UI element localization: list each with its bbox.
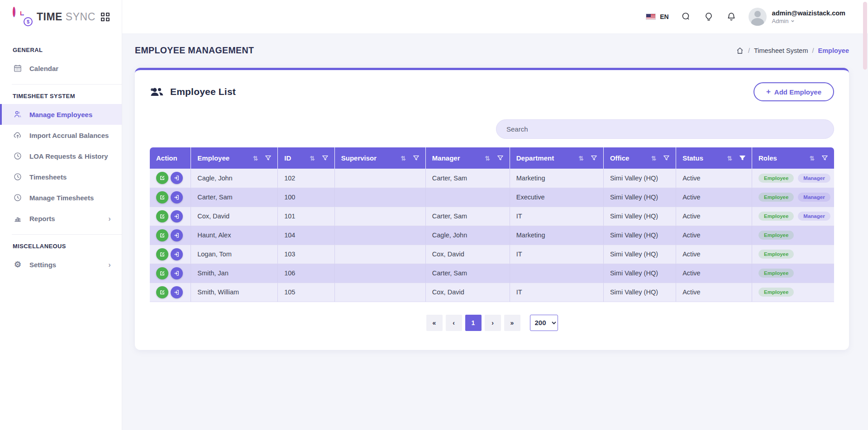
sort-icon[interactable]: ⇅ bbox=[310, 155, 315, 162]
pagination-first-button[interactable]: « bbox=[426, 315, 443, 331]
breadcrumb-item-employee: Employee bbox=[818, 47, 849, 54]
sidebar-item-label: Import Accrual Balances bbox=[29, 132, 109, 139]
breadcrumb-item-timesheet-system[interactable]: Timesheet System bbox=[754, 47, 808, 54]
sort-icon[interactable]: ⇅ bbox=[579, 155, 584, 162]
login-as-employee-button[interactable] bbox=[171, 210, 183, 222]
column-header-manager[interactable]: Manager⇅ bbox=[425, 147, 510, 169]
bulb-icon[interactable] bbox=[703, 11, 714, 22]
page-size-select[interactable]: 200 bbox=[530, 315, 558, 331]
login-as-employee-button[interactable] bbox=[171, 229, 183, 241]
column-header-id[interactable]: ID⇅ bbox=[278, 147, 334, 169]
office-cell: Simi Valley (HQ) bbox=[603, 207, 676, 226]
edit-employee-button[interactable] bbox=[156, 248, 168, 260]
role-badge-employee: Employee bbox=[758, 174, 794, 183]
manager-cell: Cagle, John bbox=[425, 226, 510, 245]
search-row bbox=[150, 119, 834, 139]
topbar: EN admin@waizistack.com Admin bbox=[122, 0, 868, 34]
id-cell: 104 bbox=[278, 226, 334, 245]
edit-employee-button[interactable] bbox=[156, 286, 168, 298]
search-input[interactable] bbox=[496, 119, 834, 139]
filter-funnel-icon[interactable] bbox=[663, 154, 670, 162]
login-as-employee-button[interactable] bbox=[171, 267, 183, 279]
scrollbar[interactable] bbox=[863, 2, 867, 428]
table-row: Cox, David101Carter, SamITSimi Valley (H… bbox=[150, 207, 834, 226]
column-header-action[interactable]: Action bbox=[150, 147, 191, 169]
sidebar-item-import-accrual-balances[interactable]: Import Accrual Balances bbox=[0, 125, 122, 146]
office-cell: Simi Valley (HQ) bbox=[603, 264, 676, 283]
user-menu[interactable]: admin@waizistack.com Admin bbox=[749, 8, 845, 26]
filter-funnel-icon[interactable] bbox=[590, 154, 598, 162]
filter-funnel-icon[interactable] bbox=[821, 154, 829, 162]
sidebar-item-reports[interactable]: Reports› bbox=[0, 208, 122, 229]
language-selector[interactable]: EN bbox=[646, 13, 668, 20]
column-header-supervisor[interactable]: Supervisor⇅ bbox=[334, 147, 425, 169]
sidebar-item-manage-employees[interactable]: Manage Employees bbox=[0, 104, 122, 125]
bell-icon[interactable] bbox=[726, 11, 737, 22]
column-label: Status bbox=[682, 154, 703, 162]
sort-icon[interactable]: ⇅ bbox=[810, 155, 815, 162]
edit-employee-button[interactable] bbox=[156, 172, 168, 184]
filter-funnel-icon[interactable] bbox=[412, 154, 420, 162]
user-role-label: Admin bbox=[772, 18, 789, 24]
edit-employee-button[interactable] bbox=[156, 191, 168, 203]
search-icon[interactable] bbox=[681, 11, 692, 22]
pagination-prev-button[interactable]: ‹ bbox=[446, 315, 462, 331]
login-as-employee-button[interactable] bbox=[171, 191, 183, 203]
column-header-employee[interactable]: Employee⇅ bbox=[191, 147, 278, 169]
sort-icon[interactable]: ⇅ bbox=[727, 155, 732, 162]
edit-employee-button[interactable] bbox=[156, 267, 168, 279]
sort-icon[interactable]: ⇅ bbox=[253, 155, 258, 162]
id-cell: 101 bbox=[278, 207, 334, 226]
manager-cell bbox=[425, 188, 510, 207]
supervisor-cell bbox=[334, 169, 425, 188]
id-cell: 106 bbox=[278, 264, 334, 283]
sidebar-item-manage-timesheets[interactable]: Manage Timesheets bbox=[0, 187, 122, 208]
filter-funnel-icon[interactable] bbox=[321, 154, 329, 162]
sidebar-divider bbox=[12, 84, 122, 85]
brand-logo[interactable]: $ TIME SYNC bbox=[13, 8, 95, 26]
pagination-page-1-button[interactable]: 1 bbox=[465, 315, 482, 331]
add-employee-button[interactable]: + Add Employee bbox=[754, 82, 834, 101]
role-badge-employee: Employee bbox=[758, 269, 794, 278]
sidebar-item-settings[interactable]: ⚙Settings› bbox=[0, 254, 122, 275]
sort-icon[interactable]: ⇅ bbox=[401, 155, 406, 162]
roles-cell: Employee bbox=[752, 264, 834, 283]
edit-employee-button[interactable] bbox=[156, 210, 168, 222]
employee-cell: Cagle, John bbox=[191, 169, 278, 188]
sort-icon[interactable]: ⇅ bbox=[485, 155, 490, 162]
employee-cell: Haunt, Alex bbox=[191, 226, 278, 245]
column-header-roles[interactable]: Roles⇅ bbox=[752, 147, 834, 169]
home-icon[interactable] bbox=[736, 47, 744, 55]
action-cell bbox=[150, 207, 191, 226]
scrollbar-thumb[interactable] bbox=[863, 2, 867, 70]
table-body: Cagle, John102Carter, SamMarketingSimi V… bbox=[150, 169, 834, 302]
page-head: EMPLOYEE MANAGEMENT / Timesheet System /… bbox=[135, 45, 849, 56]
status-cell: Active bbox=[676, 188, 752, 207]
supervisor-cell bbox=[334, 245, 425, 264]
filter-funnel-icon[interactable] bbox=[264, 154, 272, 162]
supervisor-cell bbox=[334, 188, 425, 207]
login-as-employee-button[interactable] bbox=[171, 286, 183, 298]
sidebar-nav: GENERALCalendarTIMESHEET SYSTEMManage Em… bbox=[0, 34, 122, 275]
column-label: Employee bbox=[197, 154, 229, 162]
filter-funnel-icon[interactable] bbox=[496, 154, 504, 162]
sidebar-item-label: LOA Requests & History bbox=[29, 152, 108, 160]
sidebar-item-loa-requests-history[interactable]: LOA Requests & History bbox=[0, 146, 122, 166]
pagination-next-button[interactable]: › bbox=[485, 315, 501, 331]
column-header-status[interactable]: Status⇅ bbox=[676, 147, 752, 169]
sidebar-item-calendar[interactable]: Calendar bbox=[0, 58, 122, 79]
action-cell bbox=[150, 245, 191, 264]
role-badge-employee: Employee bbox=[758, 231, 794, 240]
login-as-employee-button[interactable] bbox=[171, 248, 183, 260]
status-cell: Active bbox=[676, 283, 752, 302]
column-header-office[interactable]: Office⇅ bbox=[603, 147, 676, 169]
pagination-last-button[interactable]: » bbox=[504, 315, 520, 331]
login-as-employee-button[interactable] bbox=[171, 172, 183, 184]
column-header-department[interactable]: Department⇅ bbox=[510, 147, 603, 169]
sort-icon[interactable]: ⇅ bbox=[651, 155, 656, 162]
supervisor-cell bbox=[334, 264, 425, 283]
edit-employee-button[interactable] bbox=[156, 229, 168, 241]
sidebar-toggle-grid-icon[interactable] bbox=[101, 13, 110, 22]
filter-funnel-filled-icon[interactable] bbox=[739, 154, 746, 162]
sidebar-item-timesheets[interactable]: Timesheets bbox=[0, 166, 122, 187]
